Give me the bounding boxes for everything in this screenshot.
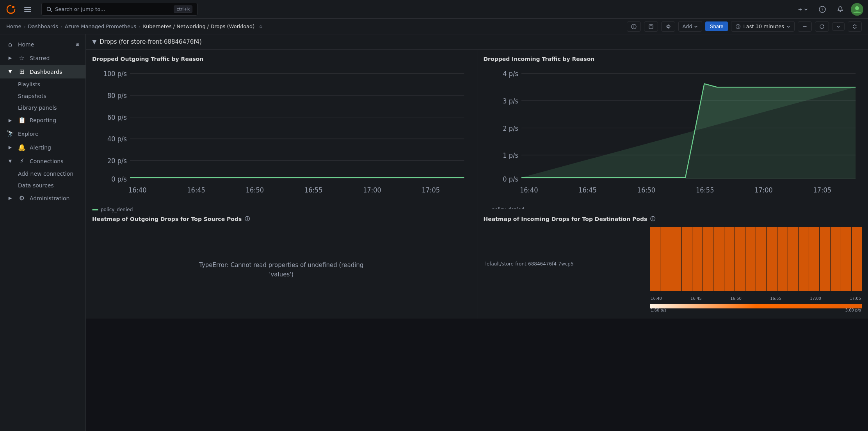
gradient-min-label: 1.60 p/s <box>651 308 666 312</box>
svg-text:16:50: 16:50 <box>246 186 264 194</box>
svg-text:i: i <box>633 25 634 29</box>
more-options-button[interactable] <box>832 22 845 31</box>
search-placeholder: Search or jump to... <box>55 6 105 12</box>
pod-label: lefault/store-front-68846476f4-7wcp5 <box>486 261 574 267</box>
info-button[interactable]: i <box>627 21 641 32</box>
svg-text:80 p/s: 80 p/s <box>107 91 127 100</box>
star-icon[interactable]: ☆ <box>258 23 263 29</box>
sidebar-item-connections[interactable]: ▼ ⚡ Connections <box>0 154 85 168</box>
chart-outgoing: 100 p/s 80 p/s 60 p/s 40 p/s 20 p/s 0 p/… <box>92 67 471 203</box>
collapse-button[interactable] <box>848 21 862 32</box>
chevron-down-icon <box>694 25 698 28</box>
hamburger-menu[interactable] <box>20 4 35 15</box>
heatmap-outgoing-area: TypeError: Cannot read properties of und… <box>92 227 471 312</box>
sidebar-label-explore: Explore <box>18 131 39 137</box>
notifications-button[interactable] <box>833 4 848 15</box>
refresh-button[interactable] <box>815 21 829 32</box>
svg-text:16:45: 16:45 <box>187 186 205 194</box>
time-range-button[interactable]: Last 30 minutes <box>731 21 795 32</box>
error-message: TypeError: Cannot read properties of und… <box>187 260 376 279</box>
add-button[interactable]: + <box>794 4 812 15</box>
sidebar-label-add-new-connection: Add new connection <box>18 171 73 177</box>
sidebar-label-administration: Administration <box>30 195 69 201</box>
top-navigation: Search or jump to... ctrl+k + ? <box>0 0 868 19</box>
search-shortcut: ctrl+k <box>174 5 192 13</box>
svg-text:17:00: 17:00 <box>363 186 381 194</box>
alert-icon: 🔔 <box>18 144 26 151</box>
sidebar-label-connections: Connections <box>30 158 64 164</box>
sidebar-item-dashboards[interactable]: ▼ ⊞ Dashboards <box>0 65 85 78</box>
breadcrumb-sep-2: › <box>60 23 62 29</box>
sidebar-item-reporting[interactable]: ▶ 📋 Reporting <box>0 114 85 127</box>
sidebar-label-playlists: Playlists <box>18 81 40 87</box>
sidebar-label-alerting: Alerting <box>30 144 51 151</box>
time-label: Last 30 minutes <box>743 23 784 29</box>
heatmap-x-label-6: 17:05 <box>850 296 861 301</box>
collapse-icon-connections: ▼ <box>6 159 14 164</box>
svg-text:40 p/s: 40 p/s <box>107 135 127 143</box>
explore-icon: 🔭 <box>6 130 14 137</box>
settings-button[interactable] <box>661 21 675 32</box>
info-icon[interactable]: ⓘ <box>245 216 250 223</box>
panel-dropped-outgoing: Dropped Outgoing Traffic by Reason 100 p… <box>86 50 477 209</box>
svg-text:3 p/s: 3 p/s <box>503 97 518 105</box>
help-button[interactable]: ? <box>815 4 830 15</box>
panel-title-incoming: Dropped Incoming Traffic by Reason <box>484 56 862 62</box>
svg-text:2 p/s: 2 p/s <box>503 124 518 132</box>
chart-legend-outgoing: policy_denied <box>92 204 471 212</box>
sidebar-item-home[interactable]: ⌂ Home ⊞ <box>0 37 85 51</box>
breadcrumb-bar: Home › Dashboards › Azure Managed Promet… <box>0 19 868 34</box>
sidebar: ⌂ Home ⊞ ▶ ☆ Starred ▼ ⊞ Dashboards Play… <box>0 34 86 431</box>
svg-text:20 p/s: 20 p/s <box>107 157 127 165</box>
sidebar-item-starred[interactable]: ▶ ☆ Starred <box>0 51 85 65</box>
add-icon: + <box>798 6 802 12</box>
sidebar-label-reporting: Reporting <box>30 117 56 123</box>
home-icon: ⌂ <box>6 41 14 48</box>
sidebar-label-home: Home <box>18 41 34 48</box>
sidebar-sub-item-data-sources[interactable]: Data sources <box>0 180 85 191</box>
panel-title-heatmap-outgoing: Heatmap of Outgoing Drops for Top Source… <box>92 216 471 223</box>
svg-point-1 <box>12 6 14 8</box>
svg-text:16:50: 16:50 <box>637 186 655 194</box>
share-button[interactable]: Share <box>705 21 728 31</box>
star-icon: ☆ <box>18 54 26 62</box>
sidebar-item-explore[interactable]: 🔭 Explore <box>0 127 85 141</box>
zoom-out-button[interactable] <box>798 21 812 32</box>
heatmap-x-label-5: 17:00 <box>810 296 821 301</box>
admin-icon: ⚙ <box>18 194 26 202</box>
sidebar-item-alerting[interactable]: ▶ 🔔 Alerting <box>0 141 85 154</box>
breadcrumb-dashboards[interactable]: Dashboards <box>28 23 58 29</box>
chevron-down-icon <box>804 7 808 11</box>
breadcrumb-azure[interactable]: Azure Managed Prometheus <box>65 23 136 29</box>
app-logo[interactable] <box>5 3 17 16</box>
svg-text:?: ? <box>821 7 824 12</box>
svg-text:100 p/s: 100 p/s <box>103 70 127 78</box>
panel-heatmap-incoming: Heatmap of Incoming Drops for Top Destin… <box>477 209 868 319</box>
heatmap-x-label-3: 16:50 <box>730 296 742 301</box>
svg-text:17:05: 17:05 <box>422 186 440 194</box>
heatmap-x-label-1: 16:40 <box>651 296 662 301</box>
sidebar-sub-item-library-panels[interactable]: Library panels <box>0 102 85 114</box>
svg-text:16:45: 16:45 <box>578 186 597 194</box>
gradient-max-label: 3.60 p/s <box>845 308 861 312</box>
breadcrumb-home[interactable]: Home <box>6 23 21 29</box>
panel-title-heatmap-incoming: Heatmap of Incoming Drops for Top Destin… <box>484 216 862 223</box>
save-button[interactable] <box>644 21 658 32</box>
sidebar-sub-item-snapshots[interactable]: Snapshots <box>0 90 85 102</box>
svg-rect-4 <box>24 11 31 12</box>
collapse-icon: ▼ <box>6 69 14 74</box>
sidebar-label-starred: Starred <box>30 55 50 61</box>
info-icon-2[interactable]: ⓘ <box>650 216 655 223</box>
search-bar[interactable]: Search or jump to... ctrl+k <box>41 3 197 16</box>
avatar[interactable] <box>851 3 863 16</box>
sidebar-item-administration[interactable]: ▶ ⚙ Administration <box>0 191 85 205</box>
add-panel-button[interactable]: Add <box>678 21 702 32</box>
collapse-section-icon[interactable]: ▼ <box>92 38 97 45</box>
chevron-down-icon <box>836 25 840 28</box>
panel-title-outgoing: Dropped Outgoing Traffic by Reason <box>92 56 471 62</box>
sidebar-sub-item-add-connection[interactable]: Add new connection <box>0 168 85 180</box>
svg-point-9 <box>855 6 859 10</box>
sidebar-sub-item-playlists[interactable]: Playlists <box>0 78 85 90</box>
svg-text:16:40: 16:40 <box>520 186 538 194</box>
svg-text:17:00: 17:00 <box>754 186 773 194</box>
